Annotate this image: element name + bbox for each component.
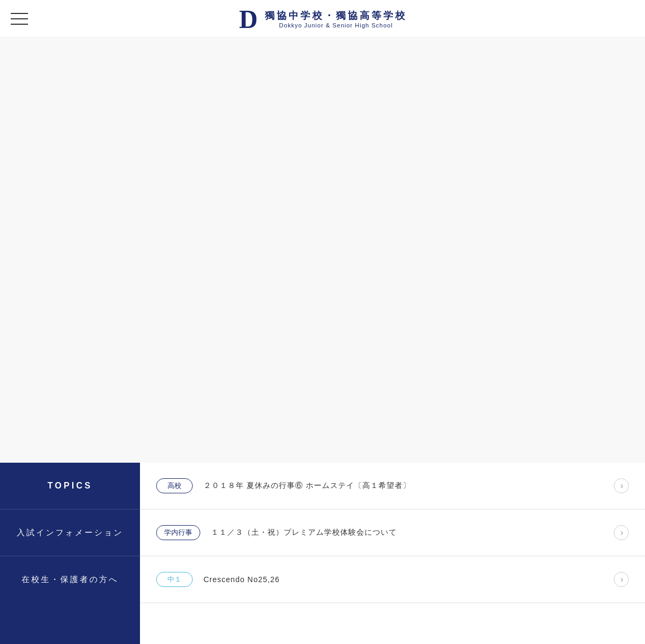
hamburger-menu[interactable]: [11, 13, 28, 25]
hero-area: [0, 38, 645, 463]
header: D 獨協中学校・獨協高等学校 Dokkyo Junior & Senior Hi…: [0, 0, 645, 38]
logo-d-icon: D: [238, 5, 260, 32]
sidebar-zakou-label: 在校生・保護者の方へ: [22, 575, 118, 585]
sidebar-item-zakou[interactable]: 在校生・保護者の方へ: [0, 556, 140, 603]
sidebar: TOPICS 入試インフォメーション 在校生・保護者の方へ: [0, 463, 140, 644]
topic-row[interactable]: 学内行事 １１／３（土・祝）プレミアム学校体験会について: [140, 509, 645, 556]
svg-text:D: D: [239, 5, 258, 32]
logo-text: 獨協中学校・獨協高等学校 Dokkyo Junior & Senior High…: [265, 9, 407, 29]
sidebar-topics-label: TOPICS: [47, 481, 92, 491]
sidebar-item-topics[interactable]: TOPICS: [0, 463, 140, 509]
chevron-right-icon-2: [614, 572, 629, 587]
topic-tag-2: 中１: [156, 572, 193, 587]
logo-area: D 獨協中学校・獨協高等学校 Dokkyo Junior & Senior Hi…: [238, 5, 407, 32]
topic-tag-1: 学内行事: [156, 525, 200, 540]
sidebar-nyushi-label: 入試インフォメーション: [17, 528, 123, 538]
topic-tag-0: 高校: [156, 478, 193, 493]
sidebar-item-nyushi[interactable]: 入試インフォメーション: [0, 509, 140, 556]
topic-text-0: ２０１８年 夏休みの行事⑥ ホームステイ〔高１希望者〕: [204, 481, 608, 491]
chevron-right-icon-1: [614, 525, 629, 540]
content-area: 高校 ２０１８年 夏休みの行事⑥ ホームステイ〔高１希望者〕 学内行事 １１／３…: [140, 463, 645, 644]
logo-jp: 獨協中学校・獨協高等学校: [265, 9, 407, 22]
topic-text-2: Crescendo No25,26: [204, 575, 608, 584]
bottom-section: TOPICS 入試インフォメーション 在校生・保護者の方へ 高校 ２０１８年 夏…: [0, 463, 645, 644]
topic-row[interactable]: 高校 ２０１８年 夏休みの行事⑥ ホームステイ〔高１希望者〕: [140, 463, 645, 509]
topic-text-1: １１／３（土・祝）プレミアム学校体験会について: [211, 528, 608, 537]
logo-en: Dokkyo Junior & Senior High School: [279, 22, 392, 29]
chevron-right-icon-0: [614, 478, 629, 493]
topic-row[interactable]: 中１ Crescendo No25,26: [140, 556, 645, 603]
